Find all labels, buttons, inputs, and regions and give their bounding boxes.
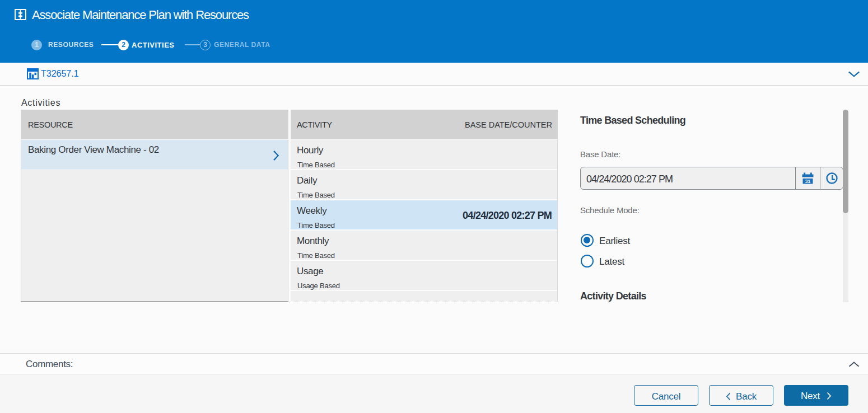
svg-text:31: 31 [805,179,811,184]
